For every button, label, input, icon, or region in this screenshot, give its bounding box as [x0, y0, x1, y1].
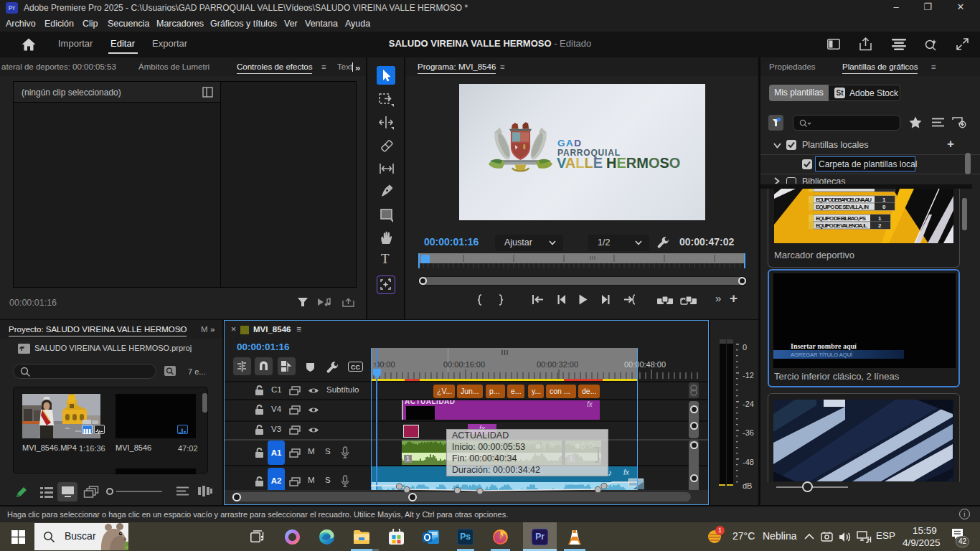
svg-text:1: 1	[882, 197, 886, 203]
svg-text:VALLE: VALLE	[557, 155, 603, 171]
svg-text:HERMOSO: HERMOSO	[606, 155, 680, 171]
svg-text:EQUIPO DE BILBAO, PS: EQUIPO DE BILBAO, PS	[816, 215, 867, 222]
svg-text:EQUIPO DE SEVILLA, IN: EQUIPO DE SEVILLA, IN	[816, 204, 869, 210]
svg-text:EQUIPO DE BARCELONA, AU: EQUIPO DE BARCELONA, AU	[816, 197, 872, 203]
svg-text:0: 0	[882, 204, 886, 210]
svg-text:EQUIPO DE VALENCIA, IL: EQUIPO DE VALENCIA, IL	[816, 222, 867, 229]
svg-text:1: 1	[878, 215, 882, 222]
svg-text:2: 2	[878, 222, 882, 229]
